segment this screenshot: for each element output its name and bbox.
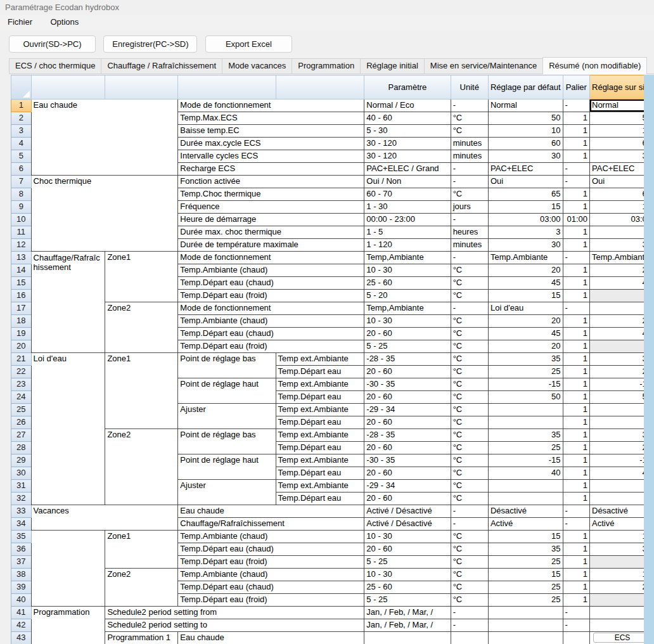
table-cell[interactable]: 1 - 30 [364,201,451,214]
table-cell[interactable]: 25 [488,581,563,594]
table-cell[interactable]: 20 [488,340,563,353]
table-cell[interactable]: Activé / Désactivé [364,505,451,518]
table-cell[interactable]: 1 [563,340,589,353]
table-cell[interactable]: 20 - 60 [364,467,451,480]
table-cell[interactable]: minutes [451,150,488,163]
table-cell[interactable]: Zone1 [105,252,178,302]
table-cell[interactable]: Durée max.cycle ECS [178,138,364,150]
row-header-9[interactable]: 9 [11,201,32,214]
table-cell[interactable]: 10 - 30 [364,569,451,581]
table-cell[interactable]: 5 - 20 [364,290,451,302]
table-cell[interactable]: °C [451,480,488,493]
table-cell[interactable]: 01:00 [563,214,589,226]
row-header-17[interactable]: 17 [11,302,32,315]
table-cell[interactable]: 35 [488,353,563,366]
table-cell[interactable]: °C [451,581,488,594]
table-cell[interactable]: °C [451,112,488,125]
table-cell[interactable] [451,632,488,644]
table-cell[interactable]: °C [451,454,488,467]
table-cell[interactable]: °C [451,493,488,505]
table-cell[interactable]: Fréquence [178,201,364,214]
table-cell[interactable]: minutes [451,138,488,150]
table-cell[interactable]: °C [451,569,488,581]
table-cell[interactable]: 45 [488,277,563,290]
table-cell[interactable]: Temp.Départ eau [276,391,364,404]
table-cell[interactable]: Point de réglage bas [178,353,276,378]
row-header-16[interactable]: 16 [11,290,32,302]
table-cell[interactable]: Temp,Ambiante [364,302,451,315]
table-cell[interactable]: 65 [488,188,563,201]
table-cell[interactable]: Temp ext.Ambiante [276,429,364,442]
menu-options[interactable]: Options [42,15,86,29]
table-cell[interactable]: 1 [563,138,589,150]
table-cell[interactable]: - [451,619,488,632]
table-cell[interactable]: Temp.Départ eau (chaud) [178,543,364,556]
table-cell[interactable] [488,619,563,632]
table-cell[interactable]: 30 - 120 [364,150,451,163]
tab-chauffage-rafraichissement[interactable]: Chauffage / Rafraîchissement [101,58,222,74]
table-cell[interactable]: -29 - 34 [364,480,451,493]
table-cell[interactable]: 1 [563,290,589,302]
table-cell[interactable]: -15 [488,454,563,467]
table-cell[interactable] [488,632,563,644]
open-sd-pc-button[interactable]: Ouvrir(SD->PC) [9,35,96,53]
table-cell[interactable]: Durée de température maximale [178,239,364,252]
table-cell[interactable]: °C [451,188,488,201]
table-cell[interactable]: Désactivé [488,505,563,518]
table-cell[interactable]: Jan, / Feb, / Mar, / [364,619,451,632]
table-cell[interactable]: Temp.Départ eau [276,493,364,505]
table-cell[interactable]: Loi d'eau [488,302,563,315]
table-cell[interactable] [364,632,451,644]
table-cell[interactable]: Point de réglage bas [178,429,276,454]
table-cell[interactable]: Temp ext.Ambiante [276,404,364,416]
table-cell[interactable]: Temp.Ambiante (chaud) [178,531,364,543]
table-cell[interactable]: °C [451,353,488,366]
table-cell[interactable]: °C [451,328,488,340]
table-cell[interactable]: Eau chaude [31,100,178,176]
table-cell[interactable]: - [451,100,488,112]
table-cell[interactable]: PAC+ELEC [488,163,563,176]
table-cell[interactable]: - [563,619,589,632]
table-cell[interactable]: Temp.Choc thermique [178,188,364,201]
table-cell[interactable]: °C [451,556,488,569]
table-cell[interactable]: 1 [563,556,589,569]
table-cell[interactable]: -29 - 34 [364,404,451,416]
row-header-10[interactable]: 10 [11,214,32,226]
row-header-41[interactable]: 41 [11,607,32,619]
table-cell[interactable]: Temp ext.Ambiante [276,454,364,467]
table-cell[interactable] [488,416,563,429]
row-header-42[interactable]: 42 [11,619,32,632]
save-pc-sd-button[interactable]: Enregistrer(PC->SD) [103,35,197,53]
table-cell[interactable]: 40 - 60 [364,112,451,125]
row-header-20[interactable]: 20 [11,340,32,353]
table-cell[interactable]: 30 [488,150,563,163]
table-cell[interactable]: °C [451,340,488,353]
table-cell[interactable]: Temp.Départ eau (chaud) [178,277,364,290]
row-header-21[interactable]: 21 [11,353,32,366]
tab-resume[interactable]: Résumé (non modifiable) [542,57,647,74]
table-cell[interactable]: Heure de démarrage [178,214,364,226]
table-cell[interactable]: Temp.Départ eau (froid) [178,340,364,353]
table-cell[interactable]: 1 [563,239,589,252]
row-header-24[interactable]: 24 [11,391,32,404]
table-cell[interactable]: °C [451,429,488,442]
row-header-23[interactable]: 23 [11,378,32,391]
table-cell[interactable]: 1 [563,112,589,125]
row-header-29[interactable]: 29 [11,454,32,467]
table-cell[interactable]: Schedule2 period setting to [105,619,364,632]
table-cell[interactable]: Zone2 [105,569,178,607]
row-header-34[interactable]: 34 [11,518,32,531]
table-cell[interactable]: - [451,607,488,619]
menu-fichier[interactable]: Fichier [0,15,40,29]
table-cell[interactable]: 1 [563,429,589,442]
table-cell[interactable]: 1 [563,404,589,416]
table-cell[interactable]: Activé [488,518,563,531]
table-cell[interactable]: Vacances [31,505,178,531]
row-header-1[interactable]: 1 [11,100,32,112]
table-cell[interactable]: 60 [488,138,563,150]
table-cell[interactable] [488,607,563,619]
row-header-4[interactable]: 4 [11,138,32,150]
table-cell[interactable]: Temp.Max.ECS [178,112,364,125]
table-cell[interactable]: °C [451,594,488,607]
table-cell[interactable]: Mode de fonctionnement [178,302,364,315]
